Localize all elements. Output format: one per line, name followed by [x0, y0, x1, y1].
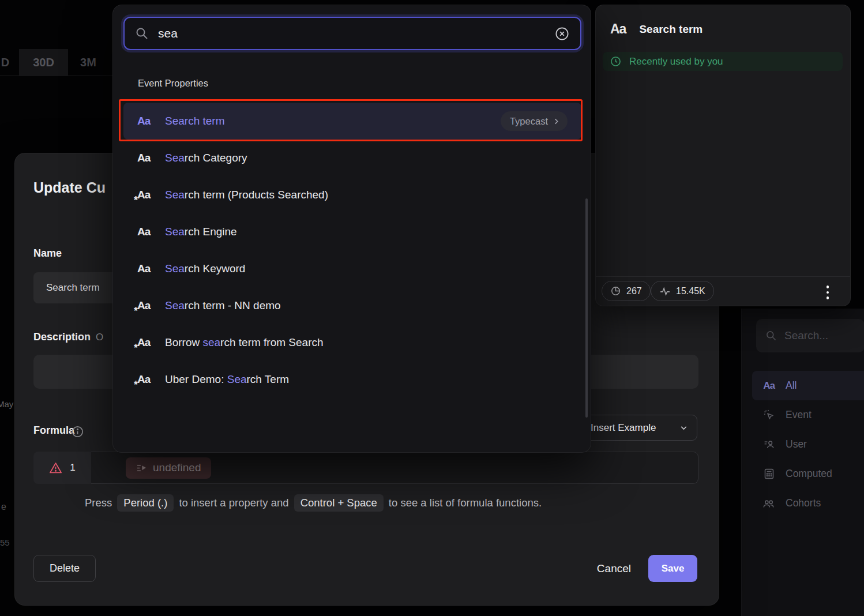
text-type-icon: Aa [137, 115, 155, 127]
insert-example-button[interactable]: Insert Example [584, 415, 697, 441]
property-option[interactable]: Aa* Search term (Products Searched) [123, 176, 581, 213]
formula-editor[interactable]: 1 undefined [33, 452, 698, 484]
sidebar-item-label: All [786, 380, 797, 392]
property-option[interactable]: Aa* Search term - NN demo [123, 287, 581, 324]
option-label: Search Keyword [165, 262, 568, 275]
search-icon [765, 330, 777, 341]
kbd-control-space: Control + Space [294, 494, 384, 512]
custom-property-star: * [134, 342, 137, 354]
text-type-icon: Aa* [137, 336, 155, 349]
option-label: Borrow search term from Search [165, 336, 568, 349]
tab-7d[interactable]: D [0, 49, 14, 76]
name-label: Name [33, 247, 62, 260]
stat-value: 15.45K [676, 286, 705, 296]
axis-tick-label: 55 [0, 538, 10, 547]
axis-label-month: May [0, 399, 13, 409]
sidebar-item-computed[interactable]: Computed [752, 459, 864, 489]
user-list-icon [762, 438, 776, 450]
clock-icon [610, 55, 622, 67]
typecast-button[interactable]: Typecast [501, 111, 568, 131]
dropdown-search-box[interactable] [123, 17, 581, 50]
option-label: Search Engine [165, 226, 568, 238]
text-type-icon: Aa [137, 262, 155, 275]
divider [596, 276, 850, 277]
tab-30d[interactable]: 30D [19, 49, 68, 76]
property-option[interactable]: Aa Search Keyword [123, 250, 581, 287]
section-header: Event Properties [138, 78, 208, 89]
undefined-property-token[interactable]: undefined [126, 457, 211, 479]
formula-hint: Press Period (.) to insert a property an… [85, 494, 662, 512]
pie-chart-icon [610, 286, 621, 296]
activity-icon [659, 286, 671, 297]
info-icon[interactable] [71, 425, 84, 438]
sidebar-item-event[interactable]: Event [752, 400, 864, 430]
custom-property-star: * [134, 305, 137, 317]
modal-title: Update Cu [33, 179, 106, 196]
sidebar-search-box[interactable] [756, 319, 864, 352]
text-type-icon: Aa [137, 226, 155, 238]
text-type-icon: Aa [137, 152, 155, 164]
property-token-icon [136, 463, 147, 474]
text-type-icon: Aa* [137, 373, 155, 386]
chevron-right-icon [552, 117, 561, 126]
option-label: Search term (Products Searched) [165, 189, 568, 201]
description-label: DescriptionO [33, 331, 103, 343]
property-title: Search term [639, 23, 703, 36]
stat-value: 267 [626, 286, 642, 296]
event-volume-pill[interactable]: 15.45K [651, 281, 714, 301]
people-icon [762, 497, 776, 510]
sidebar-search-input[interactable] [784, 329, 855, 342]
delete-button[interactable]: Delete [33, 555, 96, 582]
scrollbar-thumb[interactable] [585, 198, 588, 418]
sidebar-item-label: User [786, 438, 807, 450]
calculator-icon [762, 468, 776, 480]
formula-input[interactable]: undefined [91, 452, 698, 484]
time-range-tabs: D 30D 3M [0, 49, 112, 76]
property-option[interactable]: Aa Search Engine [123, 213, 581, 250]
clear-search-icon[interactable] [554, 26, 570, 42]
sidebar-item-cohorts[interactable]: Cohorts [752, 489, 864, 518]
insert-example-label: Insert Example [591, 422, 674, 434]
option-label: Search Category [165, 152, 568, 164]
distinct-values-pill[interactable]: 267 [602, 281, 651, 301]
chevron-down-icon [679, 423, 689, 433]
axis-label-fragment: e [1, 502, 6, 512]
text-type-icon: Aa [762, 380, 776, 392]
property-filter-sidebar: Aa All Event User [741, 309, 864, 616]
option-label: Search term - NN demo [165, 299, 568, 312]
search-icon [135, 27, 149, 40]
sidebar-item-label: Event [786, 409, 812, 421]
option-label: Uber Demo: Search Term [165, 373, 568, 386]
formula-error-gutter: 1 [33, 452, 91, 484]
cancel-button[interactable]: Cancel [597, 555, 631, 582]
token-label: undefined [153, 461, 201, 474]
description-optional-hint: O [96, 332, 103, 343]
custom-property-star: * [134, 194, 137, 206]
property-details-panel: Aa Search term Recently used by you 267 … [595, 5, 851, 306]
sidebar-item-label: Computed [786, 468, 832, 480]
warning-icon [49, 461, 62, 475]
kbd-period: Period (.) [117, 494, 174, 512]
property-option[interactable]: Aa* Borrow search term from Search [123, 324, 581, 361]
option-label: Search term [165, 115, 490, 127]
sidebar-item-label: Cohorts [786, 497, 821, 509]
dropdown-search-input[interactable] [158, 27, 545, 40]
sidebar-item-user[interactable]: User [752, 430, 864, 459]
sidebar-item-all[interactable]: Aa All [752, 371, 864, 400]
recently-used-badge: Recently used by you [603, 52, 843, 71]
error-count: 1 [70, 462, 75, 474]
property-search-dropdown: Event Properties Aa Search term Typecast… [112, 5, 591, 453]
text-type-icon: Aa* [137, 299, 155, 312]
more-options-button[interactable] [824, 283, 832, 302]
property-option[interactable]: Aa Search Category [123, 140, 581, 176]
formula-label: Formula [33, 425, 74, 437]
custom-property-star: * [134, 379, 137, 391]
cursor-click-icon [762, 409, 776, 421]
property-option[interactable]: Aa* Uber Demo: Search Term [123, 361, 581, 398]
tab-3m[interactable]: 3M [68, 49, 108, 76]
property-option-search-term[interactable]: Aa Search term Typecast [123, 103, 581, 140]
text-type-icon: Aa [610, 21, 626, 37]
save-button[interactable]: Save [648, 555, 697, 582]
text-type-icon: Aa* [137, 189, 155, 201]
